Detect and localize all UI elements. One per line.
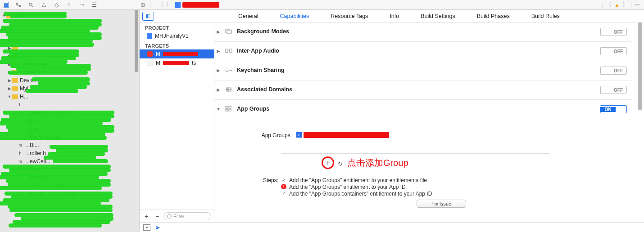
project-tabs: GeneralCapabilitiesResource TagsInfoBuil…	[154, 13, 644, 19]
redaction-scribble	[10, 14, 67, 18]
filter-icon	[167, 214, 172, 219]
target-app[interactable]: M	[140, 49, 214, 58]
target2-redacted-bar	[163, 61, 189, 65]
annotation-text: 点击添加Group	[347, 157, 408, 169]
editor-scrollbar[interactable]	[638, 22, 642, 110]
prev-issue-icon[interactable]: 〈	[606, 1, 612, 9]
jump-bar: ⊞ | 〈 〉	[140, 1, 602, 9]
svg-rect-11	[226, 109, 228, 111]
target-redacted: M	[156, 51, 160, 57]
capability-icon	[224, 105, 233, 112]
related-items-icon[interactable]: ⊞	[140, 2, 146, 8]
app-groups-body: App Groups:✓＋↻点击添加GroupSteps:✓Add the "A…	[214, 119, 632, 216]
fix-issue-button[interactable]: Fix Issue	[417, 200, 466, 208]
check-icon: ✓	[281, 191, 286, 196]
issues-icon[interactable]: ⚠	[41, 2, 47, 8]
disclosure-icon[interactable]: ▶	[216, 87, 221, 92]
capability-ad: ▶Associated DomainsOFF	[214, 80, 632, 100]
capabilities-editor: ▶Background ModesOFF▶Inter-App AudioOFF▶…	[214, 22, 644, 222]
source-control-icon[interactable]	[15, 2, 22, 8]
target-list-toggle[interactable]: ◧	[142, 12, 154, 21]
execution-pointer-icon[interactable]: ➤	[155, 224, 160, 231]
warning-icon[interactable]: ▲	[614, 2, 620, 8]
capability-bg: ▶Background ModesOFF	[214, 22, 632, 42]
project-item[interactable]: MHJFamilyV1	[140, 31, 214, 40]
remove-target-button[interactable]: −	[153, 212, 161, 220]
capability-title: Inter-App Audio	[237, 48, 279, 54]
back-button[interactable]: 〈	[158, 1, 163, 9]
assistant-menu-icon[interactable]: ▭	[635, 2, 639, 8]
tab-resource-tags[interactable]: Resource Tags	[331, 13, 368, 19]
step-text: Add the "App Groups" entitlement to your…	[289, 177, 427, 183]
target2-suffix: ts	[192, 60, 196, 66]
add-group-button[interactable]: ＋	[322, 156, 334, 169]
next-issue-icon[interactable]: 〉	[622, 1, 628, 9]
navigator-scrollbar[interactable]	[135, 10, 138, 72]
nav-label: H...	[20, 94, 28, 100]
tab-build-phases[interactable]: Build Phases	[477, 13, 510, 19]
app-group-redacted	[304, 132, 389, 138]
steps-block: Steps:✓Add the "App Groups" entitlement …	[256, 177, 627, 208]
disclosure-icon[interactable]: ▶	[216, 68, 221, 73]
variables-view-icon[interactable]: ▾	[143, 224, 150, 231]
app-groups-label: App Groups:	[256, 132, 292, 138]
folder-icon	[12, 78, 18, 83]
project-navigator: ▼MH ▶▶▶▶...eManage▶socketTest▶Device...▶…	[0, 10, 140, 232]
targets-header: TARGETS	[140, 40, 214, 49]
tab-capabilities[interactable]: Capabilities	[280, 13, 309, 19]
project-navigator-icon[interactable]: ▦	[3, 2, 9, 8]
checkbox-icon[interactable]: ✓	[296, 132, 302, 138]
debug-icon[interactable]: ≡	[66, 2, 72, 8]
redaction-scribble	[32, 77, 90, 81]
tests-icon[interactable]: ◇	[53, 2, 59, 8]
capability-icon	[224, 28, 233, 35]
capability-toggle[interactable]: OFF	[600, 47, 627, 55]
disclosure-icon[interactable]: ▼	[216, 107, 221, 112]
tab-build-rules[interactable]: Build Rules	[531, 13, 560, 19]
capability-toggle[interactable]: OFF	[600, 86, 627, 94]
redaction-scribble	[0, 136, 107, 140]
file-icon: m	[17, 159, 23, 164]
breakpoints-icon[interactable]: ▭	[78, 2, 85, 8]
forward-button[interactable]: 〉	[166, 1, 172, 9]
svg-point-2	[29, 3, 32, 5]
error-icon: !	[281, 184, 286, 189]
capability-toggle[interactable]: ON	[600, 105, 627, 113]
nav-row[interactable]: ▼H...	[2, 93, 139, 101]
target-redacted-bar	[163, 52, 198, 56]
capability-icon	[224, 86, 233, 93]
app-group-entry[interactable]: ✓	[296, 132, 476, 138]
reports-icon[interactable]: ☰	[91, 2, 97, 8]
redaction-scribble	[8, 71, 87, 75]
capability-toggle[interactable]: OFF	[600, 67, 627, 75]
tab-general[interactable]: General	[238, 13, 258, 19]
capability-toggle[interactable]: OFF	[600, 28, 627, 36]
check-icon: ✓	[281, 177, 286, 183]
target-tests[interactable]: M ts	[140, 58, 214, 67]
breadcrumb-redacted	[182, 2, 219, 8]
debug-area-bar: ▾ ➤	[140, 222, 644, 232]
targets-filter-input[interactable]: Filter	[164, 212, 211, 220]
tab-build-settings[interactable]: Build Settings	[421, 13, 455, 19]
redaction-scribble	[0, 186, 102, 190]
breadcrumb[interactable]	[175, 2, 219, 8]
tab-info[interactable]: Info	[390, 13, 399, 19]
disclosure-icon[interactable]: ▶	[216, 29, 221, 34]
global-toolbar: ▦ ⚠ ◇ ≡ ▭ ☰ ⊞ | 〈 〉 | 〈 ▲ 〉 | ▭	[0, 0, 644, 10]
search-icon[interactable]	[28, 2, 34, 8]
svg-rect-5	[226, 49, 228, 53]
targets-footer: + − Filter	[140, 210, 214, 222]
svg-rect-4	[227, 30, 231, 34]
nav-label: ...Bl...	[25, 142, 39, 148]
filter-placeholder: Filter	[173, 214, 184, 219]
app-groups-list[interactable]: ✓	[296, 132, 476, 141]
file-icon: h	[17, 151, 23, 156]
disclosure-icon[interactable]: ▶	[216, 49, 221, 54]
refresh-button[interactable]: ↻	[338, 161, 343, 167]
nav-row[interactable]: h	[2, 101, 139, 109]
redaction-scribble	[9, 223, 102, 228]
add-target-button[interactable]: +	[142, 212, 150, 220]
capability-title: App Groups	[237, 106, 269, 112]
right-toolbar: | 〈 ▲ 〉 | ▭	[602, 1, 644, 9]
folder-icon	[12, 86, 18, 91]
